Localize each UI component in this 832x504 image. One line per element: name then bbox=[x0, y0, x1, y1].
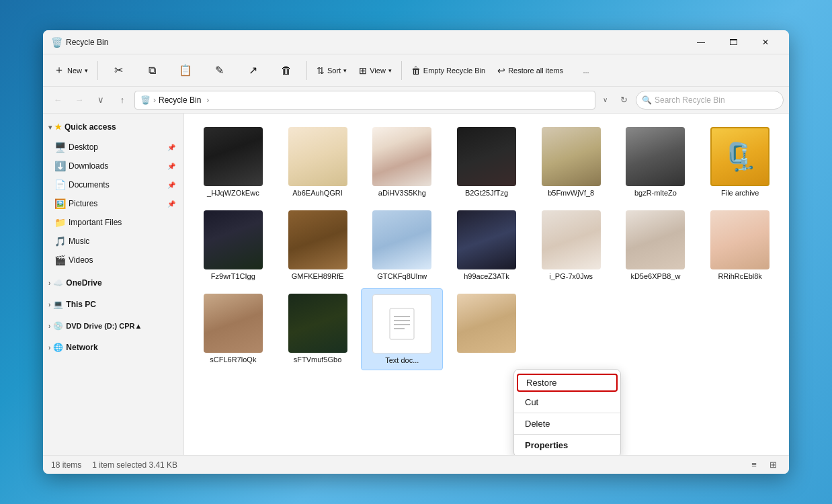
svg-rect-0 bbox=[390, 308, 414, 339]
rename-button[interactable]: ✎ bbox=[203, 57, 235, 84]
ctx-restore[interactable]: Restore bbox=[517, 374, 618, 392]
maximize-button[interactable]: 🗖 bbox=[718, 30, 749, 54]
file-thumb-13 bbox=[626, 210, 685, 269]
ctx-delete[interactable]: Delete bbox=[514, 415, 620, 433]
sidebar-item-pictures[interactable]: 🖼️ Pictures 📌 bbox=[46, 194, 181, 213]
more-icon: ... bbox=[583, 67, 589, 75]
file-thumb-textdoc bbox=[372, 294, 431, 353]
view-button[interactable]: ⊞ View ▾ bbox=[353, 57, 397, 84]
sidebar-item-videos[interactable]: 🎬 Videos bbox=[46, 251, 181, 269]
file-thumb-10 bbox=[372, 210, 431, 269]
quick-access-section[interactable]: ▾ ★ Quick access bbox=[43, 116, 183, 138]
refresh-button[interactable]: ↻ bbox=[614, 91, 633, 110]
sidebar-item-music[interactable]: 🎵 Music bbox=[46, 232, 181, 251]
pictures-pin-icon: 📌 bbox=[167, 200, 175, 208]
file-item-2[interactable]: Ab6EAuhQGRI bbox=[277, 122, 359, 202]
sidebar-item-desktop[interactable]: 🖥️ Desktop 📌 bbox=[46, 138, 181, 157]
sidebar-item-important-files[interactable]: 📁 Important Files bbox=[46, 213, 181, 232]
file-thumb-5 bbox=[542, 127, 601, 186]
address-path[interactable]: 🗑️ › Recycle Bin › bbox=[134, 91, 595, 110]
file-name-13: kD5e6XPB8_w bbox=[618, 272, 694, 280]
empty-recycle-icon: 🗑 bbox=[411, 65, 421, 76]
file-item-12[interactable]: i_PG-7x0Jws bbox=[530, 205, 612, 286]
downloads-icon: ⬇️ bbox=[54, 161, 66, 171]
file-item-15[interactable]: sCFL6R7loQk bbox=[192, 288, 274, 370]
file-item-14[interactable]: RRihRcEbl8k bbox=[699, 205, 781, 286]
file-item-18[interactable] bbox=[446, 288, 528, 370]
file-thumb-9 bbox=[288, 210, 347, 269]
forward-button[interactable]: → bbox=[70, 91, 89, 110]
thispc-section[interactable]: › 💻 This PC bbox=[43, 294, 183, 315]
share-button[interactable]: ↗ bbox=[237, 57, 269, 84]
quick-access-star-icon: ★ bbox=[54, 122, 62, 132]
paste-button[interactable]: 📋 bbox=[169, 57, 202, 84]
sort-button[interactable]: ⇅ Sort ▾ bbox=[311, 57, 352, 84]
toolbar-sep-3 bbox=[401, 61, 402, 80]
quick-access-label: Quick access bbox=[65, 122, 116, 132]
minimize-button[interactable]: — bbox=[685, 30, 716, 54]
file-item-13[interactable]: kD5e6XPB8_w bbox=[615, 205, 697, 286]
file-name-11: h99aceZ3ATk bbox=[448, 272, 525, 280]
file-item-10[interactable]: GTCKFq8Ulnw bbox=[361, 205, 443, 286]
network-section[interactable]: › 🌐 Network bbox=[43, 337, 183, 358]
file-item-5[interactable]: b5FmvWjVf_8 bbox=[530, 122, 612, 202]
view-icon: ⊞ bbox=[359, 65, 367, 76]
close-button[interactable]: ✕ bbox=[750, 30, 781, 54]
back-button[interactable]: ← bbox=[48, 91, 67, 110]
sidebar-item-downloads[interactable]: ⬇️ Downloads 📌 bbox=[46, 157, 181, 175]
file-item-1[interactable]: _HJqWZOkEwc bbox=[192, 122, 274, 202]
important-files-icon: 📁 bbox=[54, 217, 66, 228]
up-button[interactable]: ↑ bbox=[113, 91, 132, 110]
title-bar: 🗑️ Recycle Bin — 🗖 ✕ bbox=[43, 30, 789, 54]
selected-info: 1 item selected 3.41 KB bbox=[92, 460, 177, 470]
file-item-4[interactable]: B2Gt25JfTzg bbox=[446, 122, 528, 202]
file-name-9: GMFKEH89RfE bbox=[280, 272, 356, 280]
file-item-textdoc[interactable]: Text doc... bbox=[361, 288, 443, 370]
view-toggles: ≡ ⊞ bbox=[746, 457, 781, 473]
sidebar-item-documents[interactable]: 📄 Documents 📌 bbox=[46, 175, 181, 194]
file-item-16[interactable]: sFTVmuf5Gbo bbox=[277, 288, 359, 370]
cut-button[interactable]: ✂ bbox=[102, 57, 134, 84]
file-item-6[interactable]: bgzR-mlteZo bbox=[615, 122, 697, 202]
file-item-11[interactable]: h99aceZ3ATk bbox=[446, 205, 528, 286]
ctx-cut[interactable]: Cut bbox=[514, 393, 620, 411]
new-icon: ＋ bbox=[54, 63, 65, 77]
important-files-label: Important Files bbox=[69, 218, 175, 227]
file-area[interactable]: _HJqWZOkEwc Ab6EAuhQGRI aDiHV3S5Khg B2Gt… bbox=[184, 114, 789, 455]
network-chevron: › bbox=[48, 344, 50, 351]
file-name-2: Ab6EAuhQGRI bbox=[280, 189, 356, 197]
copy-icon: ⧉ bbox=[149, 65, 156, 77]
network-icon: 🌐 bbox=[53, 343, 63, 352]
text-file-svg bbox=[388, 307, 415, 341]
file-item-8[interactable]: Fz9wrT1CIgg bbox=[192, 205, 274, 286]
videos-icon: 🎬 bbox=[54, 255, 66, 265]
file-name-textdoc: Text doc... bbox=[364, 356, 440, 364]
empty-recycle-button[interactable]: 🗑 Empty Recycle Bin bbox=[406, 57, 491, 84]
dvd-section[interactable]: › 💿 DVD Drive (D:) CPR▲ bbox=[43, 315, 183, 337]
item-count: 18 items bbox=[51, 460, 81, 470]
onedrive-chevron: › bbox=[48, 280, 50, 287]
file-name-3: aDiHV3S5Khg bbox=[364, 189, 440, 197]
new-button[interactable]: ＋ New ▾ bbox=[48, 57, 93, 84]
file-item-3[interactable]: aDiHV3S5Khg bbox=[361, 122, 443, 202]
copy-button[interactable]: ⧉ bbox=[136, 57, 168, 84]
more-button[interactable]: ... bbox=[570, 57, 602, 84]
ctx-properties[interactable]: Properties bbox=[514, 436, 620, 454]
grid-view-toggle[interactable]: ⊞ bbox=[765, 457, 781, 473]
sort-icon: ⇅ bbox=[317, 65, 325, 76]
onedrive-section[interactable]: › ☁️ OneDrive bbox=[43, 272, 183, 294]
file-name-12: i_PG-7x0Jws bbox=[533, 272, 610, 280]
toolbar-sep-1 bbox=[97, 61, 98, 80]
file-thumb-12 bbox=[542, 210, 601, 269]
dvd-chevron: › bbox=[48, 323, 50, 330]
delete-button[interactable]: 🗑 bbox=[270, 57, 302, 84]
search-box[interactable]: 🔍 Search Recycle Bin bbox=[636, 91, 784, 110]
file-item-archive[interactable]: 🗜️ File archive bbox=[699, 122, 781, 202]
file-item-9[interactable]: GMFKEH89RfE bbox=[277, 205, 359, 286]
address-dropdown-btn[interactable]: ∨ bbox=[598, 91, 612, 110]
restore-all-button[interactable]: ↩ Restore all items bbox=[492, 57, 569, 84]
ctx-sep-1 bbox=[514, 413, 620, 413]
recent-button[interactable]: ∨ bbox=[91, 91, 110, 110]
thispc-label: This PC bbox=[66, 300, 96, 309]
list-view-toggle[interactable]: ≡ bbox=[746, 457, 762, 473]
